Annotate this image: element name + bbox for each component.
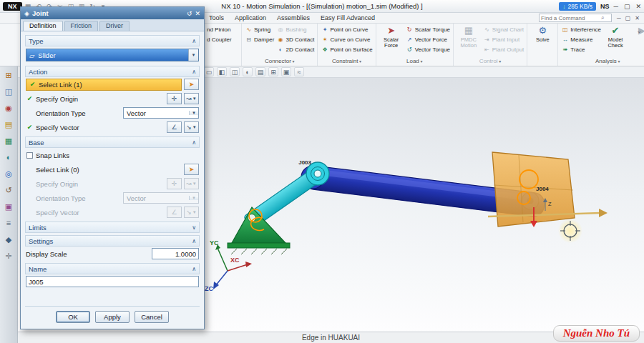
tab-assemblies[interactable]: Assemblies [277,14,310,21]
section-settings[interactable]: Settings∧ [25,235,200,247]
roles-icon[interactable]: ◆ [6,236,11,244]
chevron-up-icon: ∧ [192,38,196,44]
minimize-button[interactable]: ─ [614,3,618,10]
action-point-options-button[interactable]: ↝▼ [184,93,199,104]
assembly-navigator-icon[interactable]: ◫ [5,88,12,96]
cancel-button[interactable]: Cancel [135,311,169,323]
dialog-reset-icon[interactable]: ↺ [187,10,192,17]
base-vector-dialog-button: ∠ [167,207,182,218]
tab-definition[interactable]: Definition [23,21,63,31]
vector-torque-button[interactable]: ↺Vector Torque [406,45,450,54]
action-select-link-step[interactable]: ✔ Select Link (1) [26,79,182,91]
connector-group-label[interactable]: Connector [242,58,317,66]
point-on-curve-button[interactable]: ✦Point on Curve [321,25,372,34]
scalar-force-button[interactable]: ➤Scalar Force [379,25,404,57]
joint-dialog-titlebar[interactable]: ◈ Joint ↺ ✕ [21,7,204,19]
tab-friction[interactable]: Friction [64,21,99,31]
snap-links-label: Snap Links [36,151,199,159]
nx-logo: NX [3,2,22,11]
ribbon-expand-icon[interactable]: ⌄ [636,27,642,34]
chevron-up-icon: ∧ [192,238,196,244]
section-name[interactable]: Name∧ [25,263,200,274]
manage-icon[interactable]: ≡ [6,219,11,227]
touch-mode-icon[interactable]: ✛ [5,252,11,260]
signal-chart-icon: ∿ [483,26,491,33]
joint-label-j003: J003 [298,159,311,166]
action-specify-origin-label[interactable]: Specify Origin [36,95,165,103]
shaded-view-icon[interactable]: ◧ [217,67,227,76]
close-button[interactable]: ✕ [635,3,641,10]
part-navigator-icon[interactable]: ▤ [5,121,12,129]
action-orientation-type-select[interactable]: Vector ▼ [123,107,199,119]
tab-application[interactable]: Application [235,14,266,21]
3d-contact-button[interactable]: ◉3D Contact [276,35,314,44]
ok-button[interactable]: OK [56,311,90,323]
hd3d-tools-icon[interactable]: ◐ [6,154,11,161]
child-restore-button[interactable]: ▢ [625,15,631,21]
measure-button[interactable]: ↔Measure [561,35,601,44]
fit-view-icon[interactable]: ▭ [204,67,214,76]
motion-navigator-icon[interactable]: ⊞ [5,71,11,79]
dialog-close-icon[interactable]: ✕ [195,10,200,17]
section-type[interactable]: Type∧ [25,35,200,46]
point-on-surface-button[interactable]: ❖Point on Surface [321,45,372,54]
joint-dialog-title: Joint [32,9,49,17]
action-point-dialog-button[interactable]: ✛ [167,93,182,104]
child-minimize-button[interactable]: ─ [617,15,621,21]
svg-text:XC: XC [230,257,240,264]
scalar-torque-button[interactable]: ↻Scalar Torque [406,25,450,34]
web-browser-icon[interactable]: ◎ [5,170,12,178]
vector-torque-icon: ↺ [406,46,414,53]
plant-input-button: ⇥Plant Input [483,35,524,44]
point-on-surface-icon: ❖ [321,46,328,53]
wireframe-view-icon[interactable]: ◫ [230,67,240,76]
base-orientation-type-label: Orientation Type [26,194,121,202]
2d-contact-button[interactable]: ◐2D Contact [276,45,314,54]
tab-easy-fill-advanced[interactable]: Easy Fill Advanced [321,14,375,21]
action-vector-options-button[interactable]: ↘▼ [184,121,199,133]
layer-settings-icon[interactable]: ▤ [255,67,265,76]
section-base[interactable]: Base∧ [25,136,200,148]
reuse-library-icon[interactable]: ▦ [5,137,12,145]
vector-force-button[interactable]: ↗Vector Force [406,35,450,44]
joint-type-select[interactable]: ▱Slider ▼ [26,49,199,61]
trace-button[interactable]: ➠Trace [561,45,601,54]
constraint-group-label[interactable]: Constraint [318,58,375,66]
load-group-label[interactable]: Load [376,58,453,66]
tab-tools[interactable]: Tools [209,14,224,21]
constraint-navigator-icon[interactable]: ◉ [5,104,12,112]
history-icon[interactable]: ↺ [5,187,11,194]
show-hide-icon[interactable]: ◐ [243,67,253,76]
section-view-icon[interactable]: ≈ [294,67,304,76]
apply-button[interactable]: Apply [95,311,130,323]
child-close-button[interactable]: ✕ [635,15,640,21]
process-studio-icon[interactable]: ▣ [5,203,12,211]
action-select-link-button[interactable]: ➤ [184,79,199,90]
find-command-input[interactable] [541,15,601,21]
maximize-button[interactable]: ▢ [624,3,630,10]
joint-name-input[interactable] [26,276,199,287]
model-check-button[interactable]: ✔Model Check [603,25,628,57]
tab-driver[interactable]: Driver [99,21,130,31]
action-specify-vector-label[interactable]: Specify Vector [36,124,165,131]
spring-button[interactable]: ∿Spring [245,25,274,34]
base-select-link-button[interactable]: ➤ [184,164,199,175]
section-action[interactable]: Action∧ [25,66,200,77]
display-scale-input[interactable] [152,248,199,259]
analysis-group-label[interactable]: Analysis [558,58,644,66]
interference-button[interactable]: ◫Interference [561,25,601,34]
curve-on-curve-button[interactable]: ✶Curve on Curve [321,35,372,44]
slider-type-icon: ▱ [29,51,34,59]
window-icon[interactable]: ⊞ [268,67,278,76]
base-select-link-label[interactable]: Select Link (0) [26,166,182,174]
control-group-label[interactable]: Control [454,58,527,66]
action-vector-dialog-button[interactable]: ∠ [167,121,182,133]
section-limits[interactable]: Limits∨ [25,222,200,233]
type-dropdown-arrow[interactable]: ▼ [188,49,198,61]
damper-button[interactable]: ⊟Damper [245,35,274,44]
object-display-icon[interactable]: ▣ [281,67,291,76]
snap-links-checkbox[interactable] [26,152,33,159]
solve-button[interactable]: ⚙Solve [530,25,555,57]
solve-icon: ⚙ [539,26,547,36]
command-finder[interactable]: ⌕ [539,14,612,22]
